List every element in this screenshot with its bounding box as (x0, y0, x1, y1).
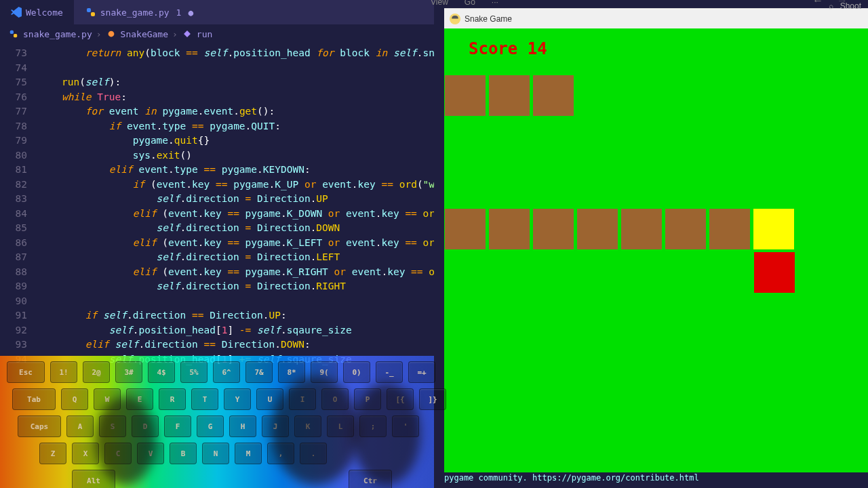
breadcrumb-class[interactable]: SnakeGame (121, 29, 168, 39)
snake-segment (576, 208, 618, 250)
line-number: 81 (0, 163, 38, 178)
keyboard-key: M (235, 443, 262, 464)
keyboard-key: 5% (180, 361, 208, 383)
line-content[interactable]: elif event.type == pygame.KEYDOWN: (38, 163, 434, 178)
keyboard-key: 0) (343, 361, 370, 383)
line-content[interactable]: elif (event.key == pygame.K_DOWN or even… (38, 207, 434, 222)
keyboard-key: Esc (7, 361, 45, 383)
code-line[interactable]: 90 (0, 294, 434, 309)
line-content[interactable]: run(self): (38, 75, 434, 90)
tab-snake-game[interactable]: snake_game.py 1 ● (75, 0, 205, 24)
class-icon (106, 28, 117, 39)
line-content[interactable]: return any(block == self.position_head f… (38, 46, 434, 61)
code-line[interactable]: 92 self.position_head[1] -= self.sqaure_… (0, 323, 434, 338)
line-number: 78 (0, 119, 38, 134)
code-editor[interactable]: 73 return any(block == self.position_hea… (0, 43, 434, 369)
code-line[interactable]: 93 elif self.direction == Direction.DOWN… (0, 338, 434, 352)
tab-label: snake_game.py (100, 7, 170, 18)
line-content[interactable]: self.direction = Direction.UP (38, 192, 434, 207)
code-line[interactable]: 77 for event in pygame.event.get(): (0, 104, 434, 119)
chevron-right-icon: › (96, 29, 102, 39)
line-content[interactable] (38, 61, 434, 76)
line-content[interactable] (38, 294, 434, 309)
code-line[interactable]: 84 elif (event.key == pygame.K_DOWN or e… (0, 207, 434, 222)
line-content[interactable]: if (event.key == pygame.K_UP or event.ke… (38, 178, 434, 192)
menu-go[interactable]: Go (465, 0, 475, 7)
chevron-right-icon: › (172, 29, 178, 39)
keyboard-overlay: Esc1!2@3#4$5%6^7&8*9(0)-_=+TabQWERTYUIOP… (0, 356, 434, 488)
tab-label: Welcome (26, 7, 63, 18)
keyboard-key: Q (61, 388, 88, 410)
breadcrumb[interactable]: snake_game.py › SnakeGame › run (0, 24, 434, 43)
code-line[interactable]: 78 if event.type == pygame.QUIT: (0, 119, 434, 134)
line-content[interactable]: elif (event.key == pygame.K_LEFT or even… (38, 236, 434, 251)
game-canvas[interactable]: Score 14 (444, 28, 868, 472)
line-content[interactable]: sys.exit() (38, 148, 434, 163)
code-line[interactable]: 74 (0, 61, 434, 76)
svg-rect-3 (14, 34, 17, 37)
line-content[interactable]: elif self.direction == Direction.DOWN: (38, 338, 434, 352)
keyboard-key: A (66, 415, 94, 437)
snake-segment (709, 208, 751, 250)
tabs-bar: Welcome snake_game.py 1 ● (0, 0, 434, 24)
keyboard-key: H (229, 415, 256, 437)
code-line[interactable]: 85 self.direction = Direction.DOWN (0, 221, 434, 236)
menu-view[interactable]: View (431, 0, 448, 7)
code-line[interactable]: 79 pygame.quit{} (0, 134, 434, 148)
line-content[interactable]: if self.direction == Direction.UP: (38, 308, 434, 323)
line-content[interactable]: if event.type == pygame.QUIT: (38, 119, 434, 134)
tab-welcome[interactable]: Welcome (0, 0, 75, 24)
line-number: 83 (0, 192, 38, 207)
code-line[interactable]: 88 elif (event.key == pygame.K_RIGHT or … (0, 265, 434, 280)
line-content[interactable]: while True: (38, 90, 434, 105)
search-icon[interactable]: ⌕ (829, 1, 833, 11)
line-content[interactable]: for event in pygame.event.get(): (38, 104, 434, 119)
svg-rect-0 (87, 8, 91, 12)
keyboard-key: Z (39, 443, 66, 464)
code-line[interactable]: 87 self.direction = Direction.LEFT (0, 250, 434, 265)
keyboard-key: T (191, 388, 218, 410)
code-line[interactable]: 86 elif (event.key == pygame.K_LEFT or e… (0, 236, 434, 251)
breadcrumb-method[interactable]: run (197, 29, 212, 39)
line-content[interactable]: self.position_head[1] -= self.sqaure_siz… (38, 323, 434, 338)
code-line[interactable]: 89 self.direction = Direction.RIGHT (0, 279, 434, 294)
line-content[interactable]: self.direction = Direction.LEFT (38, 250, 434, 265)
tab-badge: 1 (176, 7, 182, 18)
code-line[interactable]: 83 self.direction = Direction.UP (0, 192, 434, 207)
code-line[interactable]: 76 while True: (0, 90, 434, 105)
line-number: 75 (0, 75, 38, 90)
keyboard-row: Esc1!2@3#4$5%6^7&8*9(0)-_=+ (7, 361, 427, 383)
keyboard-key: Tab (12, 388, 56, 410)
code-line[interactable]: 81 elif event.type == pygame.KEYDOWN: (0, 163, 434, 178)
line-content[interactable]: self.direction = Direction.DOWN (38, 221, 434, 236)
shoot-label[interactable]: Shoot (840, 1, 861, 11)
breadcrumb-file[interactable]: snake_game.py (23, 29, 92, 39)
line-number: 77 (0, 104, 38, 119)
code-line[interactable]: 80 sys.exit() (0, 148, 434, 163)
snake-segment (488, 208, 530, 250)
line-number: 86 (0, 236, 38, 251)
line-content[interactable]: self.direction = Direction.RIGHT (38, 279, 434, 294)
svg-rect-5 (184, 30, 191, 37)
code-line[interactable]: 73 return any(block == self.position_hea… (0, 46, 434, 61)
keyboard-key: 4$ (148, 361, 175, 383)
snake-segment (444, 208, 486, 250)
line-number: 85 (0, 221, 38, 236)
back-arrow-icon[interactable]: ← (812, 0, 823, 7)
keyboard-key: ]} (419, 388, 446, 410)
code-line[interactable]: 82 if (event.key == pygame.K_UP or event… (0, 178, 434, 192)
keyboard-key: Y (224, 388, 251, 410)
keyboard-key: -_ (376, 361, 403, 383)
line-content[interactable]: pygame.quit{} (38, 134, 434, 148)
menu-more-icon[interactable]: ··· (492, 0, 498, 7)
keyboard-key: 3# (115, 361, 142, 383)
keyboard-key: B (170, 443, 197, 464)
line-content[interactable]: elif (event.key == pygame.K_RIGHT or eve… (38, 265, 434, 280)
game-titlebar[interactable]: Snake Game (444, 8, 868, 28)
keyboard-key: =+ (408, 361, 435, 383)
snake-segment (620, 208, 663, 250)
food (754, 252, 795, 293)
code-line[interactable]: 75 run(self): (0, 75, 434, 90)
code-line[interactable]: 91 if self.direction == Direction.UP: (0, 308, 434, 323)
line-number: 84 (0, 207, 38, 222)
